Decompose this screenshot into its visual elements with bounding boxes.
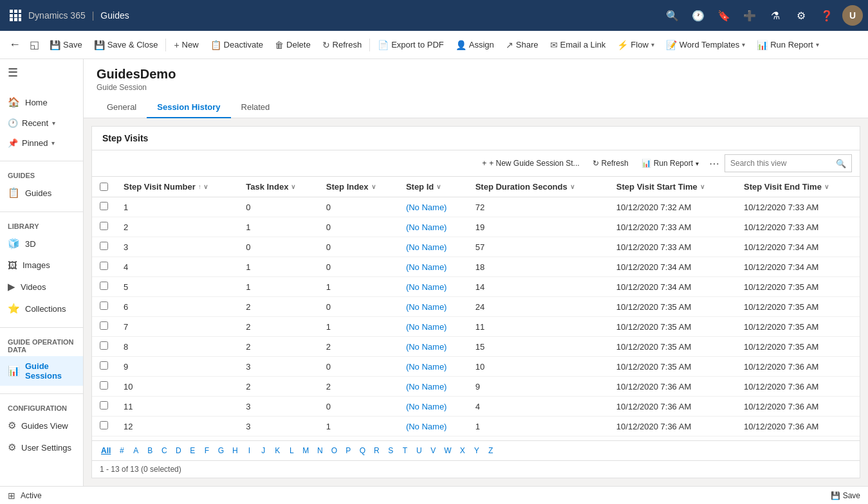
- select-all-checkbox[interactable]: [100, 183, 108, 191]
- cell-checkbox[interactable]: [92, 217, 116, 237]
- refresh-button[interactable]: ↻ Refresh: [317, 35, 367, 55]
- row-checkbox[interactable]: [100, 401, 108, 410]
- search-icon[interactable]: 🔍: [662, 5, 683, 26]
- sidebar-item-guides[interactable]: 📋 Guides: [0, 182, 83, 204]
- row-checkbox[interactable]: [100, 262, 108, 270]
- tab-related[interactable]: Related: [231, 97, 281, 118]
- cell-checkbox[interactable]: [92, 317, 116, 337]
- cell-step-id[interactable]: (No Name): [398, 317, 468, 337]
- cell-checkbox[interactable]: [92, 237, 116, 257]
- cell-checkbox[interactable]: [92, 337, 116, 357]
- search-input[interactable]: [730, 159, 833, 168]
- alpha-btn-#[interactable]: #: [115, 444, 129, 458]
- sidebar-item-3d[interactable]: 🧊 3D: [0, 233, 83, 255]
- cell-checkbox[interactable]: [92, 397, 116, 417]
- row-checkbox[interactable]: [100, 421, 108, 429]
- cell-step-id[interactable]: (No Name): [398, 337, 468, 357]
- cell-step-id[interactable]: (No Name): [398, 357, 468, 377]
- alpha-btn-s[interactable]: S: [383, 444, 398, 458]
- word-templates-button[interactable]: 📝 Word Templates ▾: [661, 35, 750, 55]
- alpha-btn-n[interactable]: N: [313, 444, 327, 458]
- sidebar-item-pinned[interactable]: 📌 Pinned ▾: [0, 133, 83, 153]
- waffle-menu[interactable]: [5, 5, 26, 26]
- back-button[interactable]: ←: [5, 38, 24, 51]
- alpha-btn-u[interactable]: U: [412, 444, 426, 458]
- run-report-button[interactable]: 📊 Run Report ▾: [752, 35, 824, 55]
- tab-general[interactable]: General: [97, 97, 147, 118]
- expand-button[interactable]: ◱: [26, 39, 43, 51]
- cell-step-id[interactable]: (No Name): [398, 377, 468, 397]
- alpha-btn-x[interactable]: X: [456, 444, 470, 458]
- sidebar-item-home[interactable]: 🏠 Home: [0, 91, 83, 113]
- alpha-btn-q[interactable]: Q: [355, 444, 369, 458]
- row-checkbox[interactable]: [100, 302, 108, 310]
- alpha-btn-e[interactable]: E: [185, 444, 199, 458]
- cell-step-id[interactable]: (No Name): [398, 237, 468, 257]
- sidebar-menu-toggle[interactable]: ☰: [0, 59, 83, 86]
- alpha-btn-y[interactable]: Y: [470, 444, 484, 458]
- col-task-index[interactable]: Task Index ∨: [238, 177, 319, 197]
- save-close-button[interactable]: 💾 Save & Close: [89, 35, 163, 55]
- alpha-btn-all[interactable]: All: [97, 444, 115, 458]
- col-step-id[interactable]: Step Id ∨: [398, 177, 468, 197]
- recent-icon[interactable]: 🕐: [688, 5, 708, 26]
- new-guide-session-button[interactable]: + + New Guide Session St...: [477, 154, 584, 172]
- alpha-btn-t[interactable]: T: [398, 444, 412, 458]
- cell-checkbox[interactable]: [92, 297, 116, 317]
- sidebar-item-images[interactable]: 🖼 Images: [0, 255, 83, 276]
- bookmark-icon[interactable]: 🔖: [714, 5, 734, 26]
- export-pdf-button[interactable]: 📄 Export to PDF: [373, 35, 449, 55]
- cell-checkbox[interactable]: [92, 277, 116, 297]
- avatar[interactable]: U: [842, 5, 863, 26]
- cell-checkbox[interactable]: [92, 197, 116, 217]
- cell-step-id[interactable]: (No Name): [398, 197, 468, 217]
- alpha-btn-a[interactable]: A: [129, 444, 143, 458]
- cell-step-id[interactable]: (No Name): [398, 257, 468, 277]
- row-checkbox[interactable]: [100, 361, 108, 370]
- sidebar-item-user-settings[interactable]: ⚙ User Settings: [0, 437, 83, 458]
- alpha-btn-r[interactable]: R: [369, 444, 383, 458]
- row-checkbox[interactable]: [100, 202, 108, 210]
- cell-step-id[interactable]: (No Name): [398, 297, 468, 317]
- cell-checkbox[interactable]: [92, 357, 116, 377]
- alpha-btn-f[interactable]: F: [199, 444, 214, 458]
- sv-refresh-button[interactable]: ↻ Refresh: [587, 154, 634, 172]
- filter-icon[interactable]: ⚗: [765, 5, 786, 26]
- cell-step-id[interactable]: (No Name): [398, 277, 468, 297]
- sv-run-report-button[interactable]: 📊 Run Report ▾: [636, 154, 704, 172]
- row-checkbox[interactable]: [100, 222, 108, 230]
- alpha-btn-k[interactable]: K: [270, 444, 284, 458]
- share-button[interactable]: ↗ Share: [501, 35, 544, 55]
- save-button[interactable]: 💾 Save: [44, 35, 88, 55]
- cell-checkbox[interactable]: [92, 417, 116, 437]
- col-end-time[interactable]: Step Visit End Time ∨: [736, 177, 860, 197]
- row-checkbox[interactable]: [100, 242, 108, 250]
- email-link-button[interactable]: ✉ Email a Link: [545, 35, 611, 55]
- sv-more-options[interactable]: ⋯: [706, 158, 722, 170]
- help-icon[interactable]: ❓: [817, 5, 837, 26]
- flow-button[interactable]: ⚡ Flow ▾: [612, 35, 659, 55]
- tab-session-history[interactable]: Session History: [147, 97, 230, 118]
- assign-button[interactable]: 👤 Assign: [450, 35, 499, 55]
- alpha-btn-m[interactable]: M: [299, 444, 313, 458]
- cell-step-id[interactable]: (No Name): [398, 417, 468, 437]
- col-start-time[interactable]: Step Visit Start Time ∨: [609, 177, 736, 197]
- cell-step-id[interactable]: (No Name): [398, 397, 468, 417]
- settings-icon[interactable]: ⚙: [791, 5, 811, 26]
- expand-status-icon[interactable]: ⊞: [8, 491, 15, 501]
- sidebar-item-guide-sessions[interactable]: 📊 Guide Sessions: [0, 356, 83, 386]
- alpha-btn-l[interactable]: L: [284, 444, 299, 458]
- alpha-btn-h[interactable]: H: [228, 444, 242, 458]
- alpha-btn-w[interactable]: W: [440, 444, 455, 458]
- cell-checkbox[interactable]: [92, 257, 116, 277]
- delete-button[interactable]: 🗑 Delete: [270, 35, 316, 55]
- alpha-btn-d[interactable]: D: [171, 444, 185, 458]
- row-checkbox[interactable]: [100, 381, 108, 390]
- col-step-visit-number[interactable]: Step Visit Number ↑ ∨: [116, 177, 238, 197]
- col-step-index[interactable]: Step Index ∨: [319, 177, 398, 197]
- new-button[interactable]: + New: [169, 35, 203, 55]
- alpha-btn-z[interactable]: Z: [484, 444, 498, 458]
- alpha-btn-g[interactable]: G: [214, 444, 228, 458]
- sidebar-item-guides-view[interactable]: ⚙ Guides View: [0, 415, 83, 437]
- alpha-btn-c[interactable]: C: [157, 444, 171, 458]
